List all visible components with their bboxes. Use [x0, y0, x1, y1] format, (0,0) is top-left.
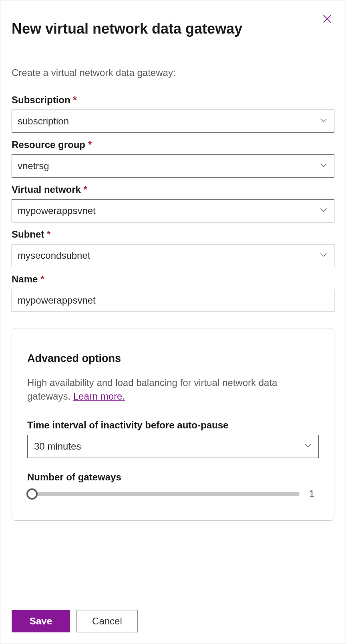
panel-title: New virtual network data gateway: [12, 20, 242, 38]
gateways-slider[interactable]: [27, 492, 300, 496]
virtual-network-label: Virtual network *: [12, 184, 334, 195]
subscription-label: Subscription *: [12, 94, 334, 106]
close-button[interactable]: [318, 10, 336, 29]
virtual-network-select[interactable]: [12, 199, 334, 222]
cancel-button[interactable]: Cancel: [76, 610, 138, 632]
required-asterisk: *: [88, 139, 92, 150]
advanced-options-title: Advanced options: [27, 352, 319, 365]
subscription-select[interactable]: [12, 110, 334, 133]
gateways-slider-thumb[interactable]: [26, 488, 38, 500]
advanced-options-description: High availability and load balancing for…: [27, 376, 319, 403]
learn-more-link[interactable]: Learn more.: [73, 391, 125, 402]
required-asterisk: *: [84, 184, 87, 195]
resource-group-select[interactable]: [12, 154, 334, 178]
subnet-select[interactable]: [12, 244, 334, 267]
name-label: Name *: [12, 274, 334, 285]
save-button[interactable]: Save: [12, 610, 70, 632]
advanced-options-card: Advanced options High availability and l…: [12, 328, 334, 521]
name-input[interactable]: [12, 289, 334, 312]
inactivity-interval-select[interactable]: [27, 435, 319, 458]
resource-group-label: Resource group *: [12, 139, 334, 150]
required-asterisk: *: [47, 229, 50, 240]
required-asterisk: *: [40, 274, 44, 284]
gateways-slider-value: 1: [309, 488, 319, 500]
close-icon: [322, 20, 333, 26]
panel-subtitle: Create a virtual network data gateway:: [12, 67, 334, 78]
required-asterisk: *: [73, 94, 76, 105]
subnet-label: Subnet *: [12, 229, 334, 240]
number-of-gateways-label: Number of gateways: [27, 472, 319, 483]
inactivity-interval-label: Time interval of inactivity before auto-…: [27, 420, 319, 431]
